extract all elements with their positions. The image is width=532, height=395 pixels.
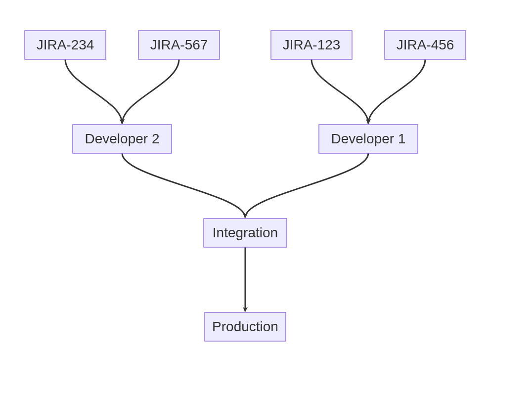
node-integration-label: Integration: [213, 225, 278, 240]
edge-jira456-to-dev1: [368, 59, 425, 124]
node-dev2-label: Developer 2: [85, 131, 160, 146]
flowchart-diagram: JIRA-234JIRA-567JIRA-123JIRA-456Develope…: [0, 0, 532, 395]
node-jira567-label: JIRA-567: [150, 37, 208, 52]
edge-jira123-to-dev1: [311, 59, 368, 124]
node-dev1: Developer 1: [319, 125, 418, 153]
edge-dev2-to-integration: [122, 153, 245, 218]
node-jira456: JIRA-456: [385, 31, 466, 59]
node-jira123: JIRA-123: [271, 31, 352, 59]
node-production: Production: [205, 312, 286, 341]
node-integration: Integration: [204, 219, 287, 247]
node-jira456-label: JIRA-456: [397, 37, 454, 52]
edge-jira567-to-dev2: [122, 59, 179, 124]
node-jira234: JIRA-234: [25, 31, 106, 59]
edge-dev1-to-integration: [245, 153, 368, 218]
edge-jira234-to-dev2: [65, 59, 122, 124]
node-jira234-label: JIRA-234: [37, 37, 94, 52]
node-jira123-label: JIRA-123: [283, 37, 341, 52]
node-dev1-label: Developer 1: [331, 131, 406, 146]
node-production-label: Production: [212, 319, 278, 334]
node-dev2: Developer 2: [73, 125, 172, 153]
node-jira567: JIRA-567: [138, 31, 220, 59]
